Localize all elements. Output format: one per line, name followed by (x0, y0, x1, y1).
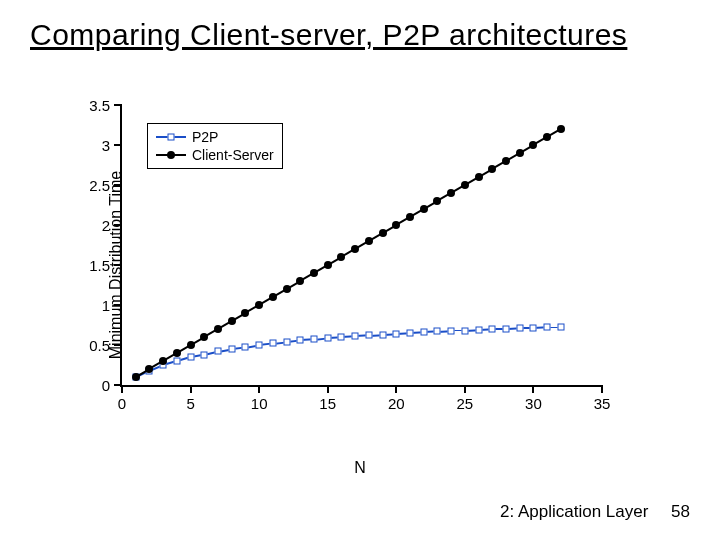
marker-circle-icon (145, 365, 153, 373)
marker-square-icon (530, 325, 537, 332)
x-axis-label: N (354, 459, 366, 477)
y-tick-label: 0.5 (80, 337, 110, 354)
marker-square-icon (269, 340, 276, 347)
marker-circle-icon (488, 165, 496, 173)
marker-circle-icon (159, 357, 167, 365)
x-tick (190, 385, 192, 393)
x-tick-label: 30 (525, 395, 542, 412)
y-tick-label: 2.5 (80, 177, 110, 194)
marker-square-icon (228, 346, 235, 353)
x-tick-label: 15 (319, 395, 336, 412)
marker-circle-icon (516, 149, 524, 157)
chart: Minimum Distribution Time N P2P Client-S… (80, 95, 640, 435)
marker-circle-icon (187, 341, 195, 349)
marker-circle-icon (269, 293, 277, 301)
marker-square-icon (215, 348, 222, 355)
x-tick-label: 10 (251, 395, 268, 412)
marker-circle-icon (557, 125, 565, 133)
marker-circle-icon (365, 237, 373, 245)
marker-circle-icon (406, 213, 414, 221)
marker-circle-icon (337, 253, 345, 261)
y-tick (114, 104, 122, 106)
x-tick (258, 385, 260, 393)
marker-circle-icon (255, 301, 263, 309)
marker-square-icon (311, 336, 318, 343)
x-tick (121, 385, 123, 393)
marker-circle-icon (228, 317, 236, 325)
y-tick-label: 1 (80, 297, 110, 314)
marker-circle-icon (420, 205, 428, 213)
marker-circle-icon (296, 277, 304, 285)
marker-square-icon (434, 328, 441, 335)
marker-circle-icon (324, 261, 332, 269)
marker-square-icon (379, 331, 386, 338)
marker-square-icon (173, 358, 180, 365)
footer: 2: Application Layer 58 (500, 502, 690, 522)
marker-circle-icon (310, 269, 318, 277)
marker-square-icon (516, 325, 523, 332)
marker-circle-icon (351, 245, 359, 253)
marker-square-icon (365, 332, 372, 339)
y-tick-label: 3 (80, 137, 110, 154)
marker-square-icon (407, 330, 414, 337)
y-tick (114, 224, 122, 226)
marker-square-icon (256, 342, 263, 349)
marker-square-icon (448, 327, 455, 334)
legend-swatch-cs (156, 150, 186, 160)
marker-circle-icon (379, 229, 387, 237)
marker-circle-icon (502, 157, 510, 165)
marker-square-icon (475, 326, 482, 333)
x-tick (327, 385, 329, 393)
y-tick-label: 2 (80, 217, 110, 234)
marker-square-icon (503, 326, 510, 333)
y-tick (114, 344, 122, 346)
marker-square-icon (242, 344, 249, 351)
marker-circle-icon (241, 309, 249, 317)
y-tick (114, 184, 122, 186)
marker-square-icon (324, 334, 331, 341)
x-tick-label: 35 (594, 395, 611, 412)
page-title: Comparing Client-server, P2P architectur… (30, 18, 627, 52)
plot-area: P2P Client-Server 00.511.522.533.5051015… (120, 105, 602, 387)
x-tick-label: 25 (457, 395, 474, 412)
x-tick (601, 385, 603, 393)
y-tick-label: 3.5 (80, 97, 110, 114)
legend-item-p2p: P2P (156, 128, 274, 146)
x-tick-label: 20 (388, 395, 405, 412)
marker-circle-icon (543, 133, 551, 141)
marker-square-icon (201, 351, 208, 358)
marker-square-icon (420, 329, 427, 336)
marker-square-icon (352, 333, 359, 340)
marker-circle-icon (214, 325, 222, 333)
x-tick-label: 0 (118, 395, 126, 412)
marker-square-icon (283, 338, 290, 345)
footer-section: 2: Application Layer (500, 502, 648, 521)
marker-circle-icon (447, 189, 455, 197)
marker-square-icon (489, 326, 496, 333)
marker-circle-icon (433, 197, 441, 205)
legend-item-cs: Client-Server (156, 146, 274, 164)
marker-square-icon (297, 337, 304, 344)
marker-circle-icon (392, 221, 400, 229)
y-tick (114, 304, 122, 306)
x-tick-label: 5 (186, 395, 194, 412)
footer-page-number: 58 (671, 502, 690, 521)
legend: P2P Client-Server (147, 123, 283, 169)
marker-circle-icon (173, 349, 181, 357)
marker-circle-icon (132, 373, 140, 381)
marker-circle-icon (529, 141, 537, 149)
x-tick (532, 385, 534, 393)
marker-square-icon (393, 330, 400, 337)
marker-circle-icon (283, 285, 291, 293)
x-tick (464, 385, 466, 393)
marker-square-icon (461, 327, 468, 334)
marker-circle-icon (461, 181, 469, 189)
y-tick-label: 0 (80, 377, 110, 394)
marker-square-icon (544, 324, 551, 331)
marker-square-icon (338, 334, 345, 341)
y-tick (114, 144, 122, 146)
marker-circle-icon (475, 173, 483, 181)
marker-square-icon (187, 354, 194, 361)
marker-circle-icon (200, 333, 208, 341)
y-tick (114, 264, 122, 266)
